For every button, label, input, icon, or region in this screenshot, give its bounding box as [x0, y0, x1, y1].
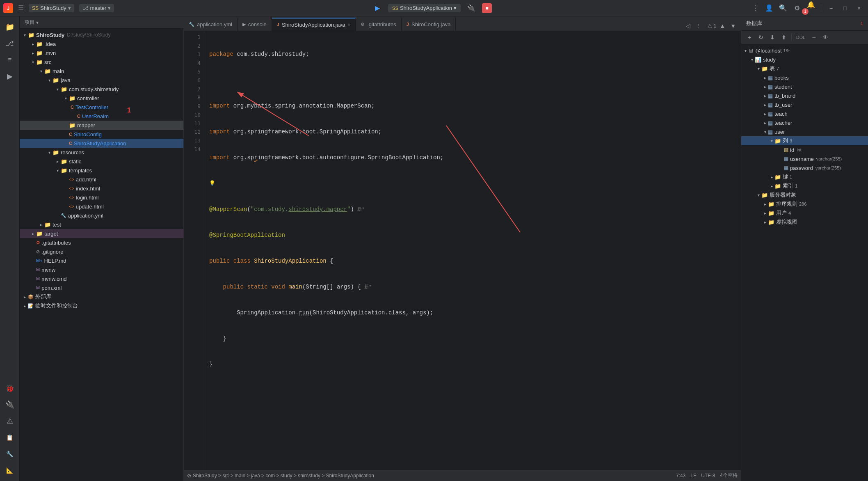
project-selector[interactable]: SS ShiroStudy ▾ — [29, 4, 74, 12]
db-ddl-btn[interactable]: DDL — [794, 32, 807, 42]
tree-item-external[interactable]: ▸ 📦 外部库 — [20, 292, 183, 301]
minimize-button[interactable]: − — [825, 2, 837, 14]
tree-item-mvnw[interactable]: M mvnw — [20, 265, 183, 274]
tree-item-java[interactable]: ▾ 📁 java — [20, 76, 183, 85]
tree-item-shirostudyapp[interactable]: C ShiroStudyApplication — [20, 139, 183, 148]
db-item-student[interactable]: ▸ ▦ student — [741, 82, 868, 91]
db-item-stored-procs[interactable]: ▸ 📁 排序规则 286 — [741, 199, 868, 208]
db-item-tb-user[interactable]: ▸ ▦ tb_user — [741, 100, 868, 109]
tree-item-add-html[interactable]: <> add.html — [20, 175, 183, 184]
tree-item-target[interactable]: ▸ 📁 target — [20, 229, 183, 238]
tree-item-testcontroller[interactable]: C TestController — [20, 103, 183, 112]
plugin-icon[interactable]: 🔌 — [466, 2, 477, 14]
db-item-teach[interactable]: ▸ ▦ teach — [741, 109, 868, 118]
db-item-username-col[interactable]: ▦ username varchar(255) — [741, 154, 868, 163]
tree-item-com[interactable]: ▾ 📁 com.study.shirostudy — [20, 85, 183, 94]
sidebar-item-plugins[interactable]: 🔌 — [2, 397, 17, 412]
tree-item-templates[interactable]: ▾ 📁 templates — [20, 166, 183, 175]
tab-appyml[interactable]: 🔧 application.yml — [184, 18, 238, 31]
db-item-tb-brand[interactable]: ▸ ▦ tb_brand — [741, 91, 868, 100]
tab-gitattr[interactable]: ⚙ .gitattributes — [356, 18, 402, 31]
status-indent[interactable]: 4个空格 — [720, 472, 738, 479]
db-item-user-keys[interactable]: ▸ 📁 键 1 — [741, 172, 868, 181]
db-item-password-col[interactable]: ▦ password varchar(255) — [741, 163, 868, 172]
close-button[interactable]: × — [853, 2, 865, 14]
db-item-teacher[interactable]: ▸ ▦ teacher — [741, 118, 868, 127]
tree-item-userrealm[interactable]: C UserRealm — [20, 112, 183, 121]
tree-item-src[interactable]: ▾ 📁 src — [20, 57, 183, 66]
db-add-btn[interactable]: + — [745, 32, 754, 42]
db-item-books[interactable]: ▸ ▦ books — [741, 73, 868, 82]
tab-scroll-left[interactable]: ◁ — [684, 21, 692, 31]
status-vcs[interactable]: ⊘ ShiroStudy > src > main > java > com >… — [187, 473, 374, 479]
status-encoding[interactable]: UTF-8 — [701, 473, 715, 479]
tree-item-gitignore[interactable]: ⊘ .gitignore — [20, 247, 183, 256]
db-item-views[interactable]: ▸ 📁 虚拟视图 — [741, 218, 868, 227]
tree-item-mapper[interactable]: 📁 mapper — [20, 121, 183, 130]
stop-button[interactable]: ■ — [482, 3, 492, 13]
tree-item-controller[interactable]: ▾ 📁 controller — [20, 94, 183, 103]
tree-item-appyml[interactable]: 🔧 application.yml — [20, 211, 183, 220]
tree-item-login-html[interactable]: <> login.html — [20, 193, 183, 202]
tree-item-helpmd[interactable]: M+ HELP.md — [20, 256, 183, 265]
run-button[interactable]: ▶ — [372, 2, 383, 14]
tree-item-scratch[interactable]: ▸ 📝 临时文件和控制台 — [20, 301, 183, 310]
code-editor[interactable]: 1 2 3 4 5 6 7 8 9 10 11 12 13 14 package… — [184, 31, 741, 470]
sidebar-item-vcs[interactable]: ⎇ — [2, 36, 17, 51]
app-selector[interactable]: SS ShiroStudyApplication ▾ — [388, 4, 461, 12]
sidebar-item-problems[interactable]: ⚠ — [2, 414, 17, 428]
tab-close-main[interactable]: × — [348, 22, 350, 27]
tree-item-update-html[interactable]: <> update.html — [20, 202, 183, 211]
db-item-server-objects[interactable]: ▾ 📁 服务器对象 — [741, 190, 868, 199]
db-refresh-btn[interactable]: ↻ — [756, 32, 766, 42]
badge-user-keys: 1 — [790, 174, 792, 179]
sidebar-item-bottom1[interactable]: 📋 — [2, 430, 17, 445]
db-view-btn[interactable]: 👁 — [820, 32, 830, 42]
status-line-ending[interactable]: LF — [690, 473, 696, 479]
tab-shiroconfig[interactable]: J ShiroConfig.java — [402, 18, 456, 31]
tree-item-pomxml[interactable]: M pom.xml — [20, 283, 183, 292]
tab-scroll-down[interactable]: ▼ — [729, 21, 738, 31]
sidebar-item-bottom3[interactable]: 📐 — [2, 463, 17, 478]
branch-selector[interactable]: ⎇ master ▾ — [79, 4, 114, 12]
settings-icon[interactable]: ⚙ — [791, 2, 803, 14]
tab-main[interactable]: J ShiroStudyApplication.java × — [272, 18, 356, 31]
tab-more[interactable]: ⋮ — [694, 21, 703, 31]
tree-item-index-html[interactable]: <> index.html — [20, 184, 183, 193]
db-item-localhost[interactable]: ▾ 🖥 @localhost 1/9 — [741, 46, 868, 55]
status-position[interactable]: 7:43 — [676, 473, 685, 479]
db-item-db-users[interactable]: ▸ 📁 用户 4 — [741, 208, 868, 218]
tree-item-root[interactable]: ▾ 📁 ShiroStudy D:\study\ShiroStudy — [20, 30, 183, 39]
search-icon[interactable]: 🔍 — [777, 2, 789, 14]
tab-scroll-up[interactable]: ▲ — [718, 21, 727, 31]
db-upload-btn[interactable]: ⬆ — [779, 32, 789, 42]
db-item-user-cols[interactable]: ▾ 📁 列 3 — [741, 136, 868, 145]
tree-item-gitattributes[interactable]: ⚙ .gitattributes — [20, 238, 183, 247]
db-item-tables[interactable]: ▾ 📁 表 7 — [741, 64, 868, 73]
user-icon[interactable]: 👤 — [763, 2, 775, 14]
sidebar-item-debug[interactable]: 🐞 — [2, 381, 17, 396]
sidebar-item-project[interactable]: 📁 — [2, 20, 17, 34]
more-icon[interactable]: ⋮ — [749, 2, 761, 14]
db-item-user[interactable]: ▾ ▦ user — [741, 127, 868, 136]
tree-item-main[interactable]: ▾ 📁 main — [20, 66, 183, 76]
tree-item-resources[interactable]: ▾ 📁 resources — [20, 148, 183, 157]
tree-item-mvn[interactable]: ▸ 📁 .mvn — [20, 48, 183, 57]
db-item-id-col[interactable]: ▨ id int — [741, 145, 868, 154]
tree-item-shiroconfig[interactable]: C ShiroConfig — [20, 130, 183, 139]
db-item-study[interactable]: ▾ 📊 study — [741, 55, 868, 64]
tree-item-test[interactable]: ▸ 📁 test — [20, 220, 183, 229]
db-arrow-btn[interactable]: → — [809, 32, 819, 42]
code-content[interactable]: package com.study.shirostudy; import org… — [204, 31, 741, 470]
db-download-btn[interactable]: ⬇ — [767, 32, 777, 42]
tab-console[interactable]: ▶ console — [238, 18, 272, 31]
sidebar-item-bottom2[interactable]: 🔧 — [2, 447, 17, 461]
tree-item-idea[interactable]: ▸ 📁 .idea — [20, 39, 183, 48]
db-item-user-indexes[interactable]: ▸ 📁 索引 1 — [741, 181, 868, 190]
tree-item-mvnwcmd[interactable]: M mvnw.cmd — [20, 274, 183, 283]
maximize-button[interactable]: □ — [839, 2, 851, 14]
menu-icon[interactable]: ☰ — [16, 2, 25, 14]
sidebar-item-structure[interactable]: ≡ — [2, 53, 17, 67]
tree-item-static[interactable]: ▸ 📁 static — [20, 157, 183, 166]
sidebar-item-services[interactable]: ▶ — [2, 69, 17, 84]
